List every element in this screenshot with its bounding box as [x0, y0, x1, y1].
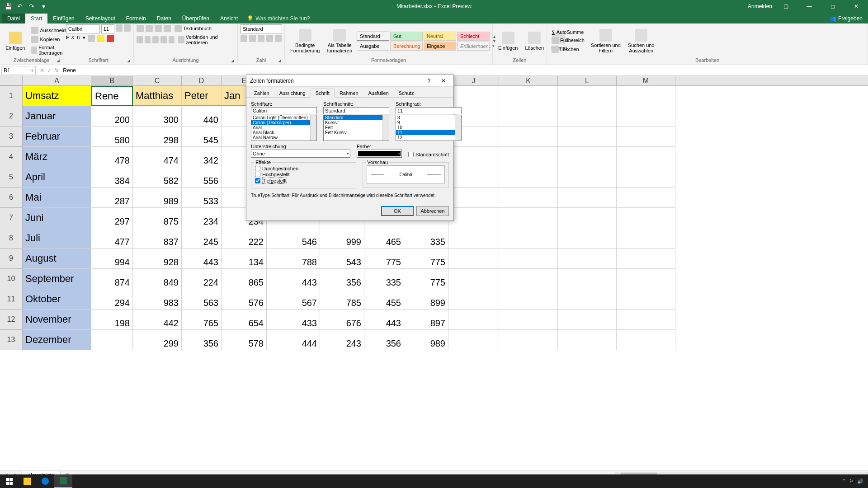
cell[interactable]: November	[23, 310, 91, 330]
schriftschnitt-input[interactable]	[323, 107, 389, 114]
select-all-corner[interactable]	[0, 76, 23, 85]
sort-filter-button[interactable]: Sortieren und Filtern	[588, 28, 623, 54]
ribbon-options-icon[interactable]: ▢	[776, 0, 796, 13]
clear-button[interactable]: Löschen	[550, 45, 586, 53]
cell[interactable]	[617, 106, 675, 127]
cell[interactable]	[617, 269, 675, 289]
indent-inc-icon[interactable]	[169, 36, 175, 43]
decrease-font-icon[interactable]	[124, 24, 131, 32]
cell[interactable]: 654	[222, 310, 267, 330]
cell[interactable]: 865	[222, 269, 267, 289]
style-erlauternd[interactable]: Erläuternder...	[457, 42, 490, 51]
number-format-combo[interactable]: Standard	[241, 24, 282, 33]
cell[interactable]: 546	[267, 228, 320, 249]
cell[interactable]	[448, 330, 499, 350]
tab-view[interactable]: Ansicht	[215, 14, 243, 23]
cell[interactable]	[448, 249, 499, 269]
formula-input[interactable]: Rene	[61, 67, 868, 74]
cell[interactable]	[617, 330, 675, 350]
cell[interactable]: 442	[133, 310, 182, 330]
col-header[interactable]: B	[91, 76, 133, 85]
cell[interactable]: 474	[133, 147, 182, 167]
cancel-formula-icon[interactable]: ✕	[40, 67, 44, 74]
cell[interactable]: 567	[267, 289, 320, 310]
tray-flag-icon[interactable]: ⚐	[849, 479, 854, 484]
cell[interactable]	[617, 147, 675, 167]
cell[interactable]	[617, 167, 675, 188]
cell[interactable]	[617, 310, 675, 330]
row-header[interactable]: 6	[0, 188, 23, 208]
cell[interactable]: 989	[133, 188, 182, 208]
dialog-help-icon[interactable]: ?	[423, 76, 435, 85]
row-header[interactable]: 7	[0, 208, 23, 228]
style-neutral[interactable]: Neutral	[424, 32, 456, 41]
cell[interactable]: 356	[364, 330, 404, 350]
cell[interactable]: 134	[222, 249, 267, 269]
cell[interactable]: 849	[133, 269, 182, 289]
taskbar-edge[interactable]	[36, 474, 54, 488]
tab-insert[interactable]: Einfügen	[47, 14, 80, 23]
cell[interactable]: 875	[133, 208, 182, 228]
cell[interactable]: März	[23, 147, 91, 167]
cell[interactable]	[499, 106, 558, 127]
farbe-combo[interactable]	[357, 150, 402, 158]
cell[interactable]: September	[23, 269, 91, 289]
cell[interactable]: 775	[364, 249, 404, 269]
cell[interactable]: 580	[91, 127, 133, 147]
row-header[interactable]: 12	[0, 310, 23, 330]
cell[interactable]: 299	[133, 330, 182, 350]
dialog-close-icon[interactable]: ✕	[437, 76, 450, 85]
cell[interactable]	[499, 330, 558, 350]
cell[interactable]	[558, 289, 617, 310]
comma-icon[interactable]	[258, 35, 264, 42]
schriftart-input[interactable]	[251, 107, 317, 114]
cell[interactable]	[499, 249, 558, 269]
fx-icon[interactable]: fx	[54, 67, 58, 74]
cell[interactable]	[499, 228, 558, 249]
system-tray[interactable]: ˄⚐🔊	[838, 479, 868, 484]
cell[interactable]: 297	[91, 208, 133, 228]
hochgestellt-checkbox[interactable]: Hochgestellt	[255, 172, 352, 177]
redo-icon[interactable]: ↷	[26, 1, 37, 11]
style-ausgabe[interactable]: Ausgabe	[357, 42, 389, 51]
cell[interactable]: 224	[182, 269, 222, 289]
cell[interactable]: 198	[91, 310, 133, 330]
cell[interactable]: 676	[320, 310, 364, 330]
cell[interactable]: 765	[182, 310, 222, 330]
save-icon[interactable]: 💾	[3, 1, 14, 11]
row-header[interactable]: 5	[0, 167, 23, 188]
number-launcher-icon[interactable]: ◢	[278, 58, 283, 64]
style-gut[interactable]: Gut	[390, 32, 423, 41]
cell[interactable]	[558, 330, 617, 350]
qat-dropdown-icon[interactable]: ▾	[38, 1, 49, 11]
wrap-text-button[interactable]: Textumbruch	[173, 24, 213, 33]
cell[interactable]	[617, 208, 675, 228]
cell[interactable]	[558, 228, 617, 249]
border-icon[interactable]	[88, 35, 95, 42]
cell[interactable]: 775	[404, 249, 448, 269]
col-header[interactable]: L	[558, 76, 617, 85]
cell[interactable]	[499, 310, 558, 330]
cell[interactable]	[558, 167, 617, 188]
cell[interactable]: 200	[91, 106, 133, 127]
cell[interactable]	[558, 127, 617, 147]
cell[interactable]	[499, 208, 558, 228]
cell[interactable]: 788	[267, 249, 320, 269]
row-header[interactable]: 11	[0, 289, 23, 310]
cell[interactable]: 443	[267, 269, 320, 289]
cell[interactable]: 298	[133, 127, 182, 147]
autosum-button[interactable]: ∑AutoSumme	[550, 29, 586, 35]
align-center-icon[interactable]	[145, 36, 151, 43]
tiefgestellt-checkbox[interactable]: Tiefgestellt	[255, 178, 352, 184]
cell[interactable]	[499, 167, 558, 188]
cell[interactable]	[558, 208, 617, 228]
format-table-button[interactable]: Als Tabelle formatieren	[324, 28, 355, 54]
cell[interactable]: Juli	[23, 228, 91, 249]
cell[interactable]: 300	[133, 106, 182, 127]
cell[interactable]: 983	[133, 289, 182, 310]
style-standard[interactable]: Standard	[357, 32, 389, 41]
durchgestrichen-checkbox[interactable]: Durchgestrichen	[255, 166, 352, 171]
dlg-tab-schutz[interactable]: Schutz	[394, 89, 419, 97]
scrollbar[interactable]	[382, 115, 389, 141]
fill-color-icon[interactable]	[97, 35, 104, 42]
